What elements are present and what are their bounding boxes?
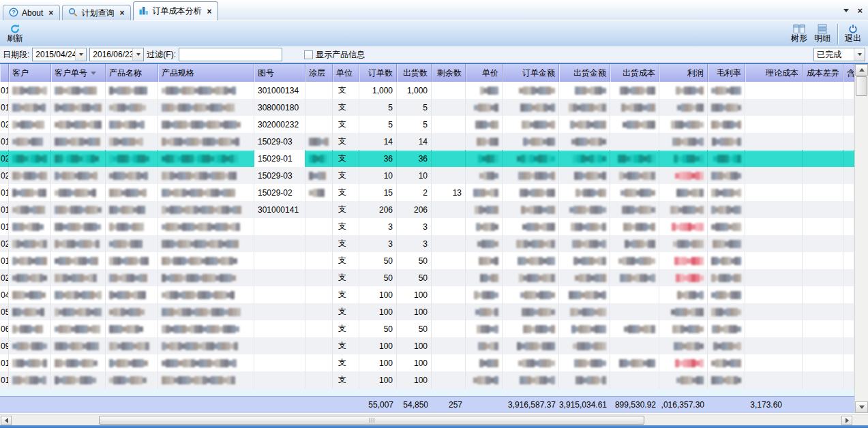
- table-row[interactable]: 02302000232支55: [0, 116, 854, 133]
- column-header-coating[interactable]: 涂层: [305, 64, 333, 82]
- redacted-text: [12, 359, 47, 367]
- table-row[interactable]: 02支5050: [0, 269, 854, 286]
- cell-remain-qty: [432, 133, 466, 150]
- redacted-text: [519, 87, 555, 95]
- column-header-order-no[interactable]: 客户单号: [51, 64, 106, 82]
- vertical-scrollbar-thumb[interactable]: [856, 76, 867, 96]
- dropdown-arrow-icon[interactable]: [854, 48, 865, 61]
- column-header-margin[interactable]: 毛利率: [708, 64, 745, 82]
- cell-order-no: [51, 150, 106, 167]
- cell-tax: [843, 303, 854, 320]
- column-header-remain-qty[interactable]: 剩余数: [432, 64, 466, 82]
- horizontal-scrollbar-thumb[interactable]: [99, 416, 644, 425]
- cell-ship-qty: 10: [397, 167, 432, 184]
- cell-ship-cost: [610, 303, 659, 320]
- column-header-unit-price[interactable]: 单价: [466, 64, 503, 82]
- cell-profit: [659, 167, 708, 184]
- cell-order-no: [51, 235, 106, 252]
- cell-unit: 支: [333, 303, 359, 320]
- redacted-text: [309, 172, 326, 180]
- cell-ship-amount: [559, 371, 610, 388]
- table-row[interactable]: 0215029-01支3636: [0, 150, 854, 167]
- scroll-left-button[interactable]: [1, 416, 12, 425]
- dropdown-arrow-icon[interactable]: [132, 48, 143, 61]
- redacted-text: [520, 189, 555, 197]
- column-header-order-qty[interactable]: 订单数: [359, 64, 397, 82]
- table-row[interactable]: 01301000141支206206: [0, 201, 854, 218]
- column-header-ship-qty[interactable]: 出货数: [397, 64, 432, 82]
- column-header-profit[interactable]: 利润: [659, 64, 708, 82]
- redacted-text: [162, 155, 238, 163]
- cell-ship-amount: [559, 269, 610, 286]
- filter-input[interactable]: [179, 48, 282, 61]
- scroll-down-button[interactable]: [855, 401, 868, 413]
- table-row[interactable]: 02支33: [0, 235, 854, 252]
- tab-plan-query[interactable]: 计划查询 ×: [62, 5, 131, 20]
- cell-customer: [9, 269, 51, 286]
- chevron-down-icon[interactable]: [843, 9, 849, 12]
- cell-product-name: [106, 235, 158, 252]
- table-row[interactable]: 05支100100: [0, 303, 854, 320]
- checkbox-icon[interactable]: [304, 50, 313, 59]
- column-header-ship-amount[interactable]: 出货金额: [559, 64, 610, 82]
- date-from-picker[interactable]: 2015/04/24: [32, 48, 87, 61]
- cell-figure-no: [254, 371, 305, 388]
- redacted-text: [518, 359, 555, 367]
- table-row[interactable]: 0215029-03支1010: [0, 167, 854, 184]
- tree-view-button[interactable]: 树形: [788, 22, 811, 46]
- column-header-theory-cost[interactable]: 理论成本: [745, 64, 803, 82]
- table-row[interactable]: 01301000134支1,0001,000: [0, 82, 854, 99]
- tab-close-icon[interactable]: ×: [48, 9, 53, 17]
- table-row[interactable]: 01支100100: [0, 371, 854, 388]
- vertical-scrollbar[interactable]: [854, 64, 868, 413]
- cell-profit: [659, 269, 708, 286]
- table-row[interactable]: 01支100100: [0, 354, 854, 371]
- close-icon[interactable]: ×: [857, 6, 863, 15]
- column-header-tax[interactable]: 含: [843, 64, 854, 82]
- redacted-text: [12, 172, 47, 180]
- redacted-text: [480, 87, 498, 95]
- column-header-customer[interactable]: 客户: [9, 64, 51, 82]
- scroll-right-button[interactable]: [841, 416, 852, 425]
- tree-view-icon: [793, 24, 805, 34]
- cell-ship-qty: 206: [397, 201, 432, 218]
- tab-close-icon[interactable]: ×: [207, 7, 211, 16]
- cell-theory-cost: [745, 320, 803, 337]
- table-row[interactable]: 0115029-03支1414: [0, 133, 854, 150]
- column-header-product-name[interactable]: 产品名称: [106, 64, 158, 82]
- column-header-label: 理论成本: [766, 67, 798, 79]
- table-row[interactable]: 01支33: [0, 218, 854, 235]
- detail-view-button[interactable]: 明细: [811, 22, 834, 46]
- exit-button[interactable]: 退出: [841, 22, 865, 46]
- table-row[interactable]: 09支100100: [0, 337, 854, 354]
- cell-cost-diff: [803, 82, 843, 99]
- status-filter-select[interactable]: 已完成: [813, 48, 865, 61]
- column-header-row-code[interactable]: [0, 64, 9, 82]
- column-header-product-spec[interactable]: 产品规格: [158, 64, 254, 82]
- table-row[interactable]: 04支100100: [0, 286, 854, 303]
- vertical-scrollbar-track[interactable]: [855, 97, 868, 401]
- column-header-figure-no[interactable]: 图号: [254, 64, 305, 82]
- show-product-checkbox-group[interactable]: 显示产品信息: [304, 49, 365, 61]
- cell-unit-price: [466, 286, 503, 303]
- tab-order-cost-analysis[interactable]: 订单成本分析 ×: [133, 1, 218, 20]
- tab-about[interactable]: ? About ×: [3, 5, 60, 20]
- date-to-picker[interactable]: 2016/06/23: [89, 48, 144, 61]
- table-row[interactable]: 01支5050: [0, 252, 854, 269]
- horizontal-scrollbar[interactable]: [0, 414, 868, 425]
- column-header-order-amount[interactable]: 订单金额: [503, 64, 559, 82]
- column-header-ship-cost[interactable]: 出货成本: [610, 64, 659, 82]
- table-row[interactable]: 01308000180支55: [0, 99, 854, 116]
- dropdown-arrow-icon[interactable]: [75, 48, 86, 61]
- cell-customer: [9, 235, 51, 252]
- tab-close-icon[interactable]: ×: [119, 9, 124, 17]
- table-row[interactable]: 06支5050: [0, 320, 854, 337]
- cell-ship-cost: [610, 201, 659, 218]
- cell-cost-diff: [803, 201, 843, 218]
- refresh-button[interactable]: 刷新: [3, 22, 27, 46]
- column-header-cost-diff[interactable]: 成本差异: [803, 64, 843, 82]
- column-header-unit[interactable]: 单位: [333, 64, 359, 82]
- cell-ship-amount: [559, 286, 610, 303]
- scroll-up-button[interactable]: [855, 64, 868, 76]
- table-row[interactable]: 0115029-02支15213: [0, 184, 854, 201]
